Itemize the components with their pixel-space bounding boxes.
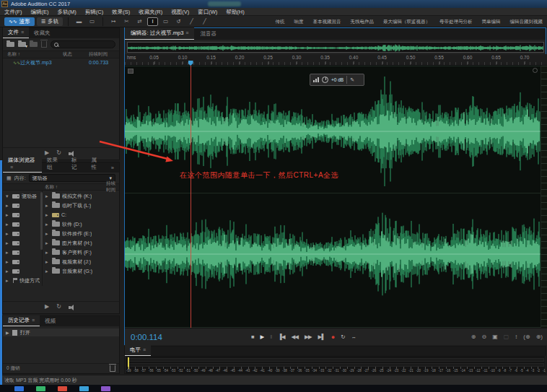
tab-history[interactable]: 历史记录≡ — [3, 315, 40, 326]
slip-tool-icon[interactable]: ⇄ — [134, 17, 145, 26]
preview-play-icon[interactable]: ▶ — [45, 303, 49, 310]
tab-overflow-chevron[interactable]: » — [106, 163, 119, 173]
panel-menu-icon[interactable]: ≡ — [10, 165, 13, 170]
volume-hud[interactable]: +0 dB ✎ — [310, 74, 364, 86]
chevron-right-icon[interactable]: ▸ — [45, 269, 50, 274]
pause-button[interactable]: ‖ — [270, 334, 271, 340]
file-search-input[interactable] — [51, 40, 115, 48]
workspace-tab[interactable]: 简单编辑 — [482, 19, 501, 25]
chevron-right-icon[interactable]: ▸ — [6, 240, 10, 246]
fast-forward-button[interactable]: ▶▶ — [305, 334, 312, 340]
column-name[interactable]: 名称 ↑ — [3, 51, 63, 58]
media-browser-item[interactable]: ▸软件 (D:) — [43, 219, 119, 229]
waveform-display[interactable]: +0 dB ✎ 在这个范围内随意单击一下，然后CTRL+A全选 — [125, 66, 547, 328]
chevron-right-icon[interactable]: ▸ — [6, 231, 10, 237]
drive-row[interactable]: ▸ — [3, 219, 42, 229]
hud-pin-icon[interactable]: ✎ — [350, 77, 354, 83]
new-file-icon[interactable] — [30, 42, 38, 47]
column-name[interactable]: 名称 ↑ — [45, 184, 106, 191]
workspace-tab[interactable]: 无线电作品 — [351, 19, 375, 25]
zoom-in-time-icon[interactable]: ⊕ — [471, 334, 476, 340]
taskbar-icon[interactable] — [36, 386, 45, 391]
history-item[interactable]: ▶打开 — [3, 328, 119, 336]
shortcuts-row[interactable]: ▸快捷方式 — [3, 276, 42, 285]
workspace-tab[interactable]: 传统 — [276, 19, 285, 25]
razor-tool-icon[interactable]: ✂ — [121, 17, 132, 26]
go-to-end-button[interactable]: ▶▌ — [318, 334, 325, 340]
column-duration[interactable]: 持续时间 — [89, 51, 119, 58]
media-browser-item[interactable]: ▸软件操作 (E:) — [43, 229, 119, 238]
title-bar[interactable]: Au Adobe Audition CC 2017 — [0, 0, 547, 8]
gain-knob[interactable] — [322, 77, 328, 83]
zoom-to-selection-icon[interactable]: ↕ — [515, 334, 517, 340]
zoom-selection-out-point-icon[interactable]: ⊕) — [536, 334, 543, 340]
stop-button[interactable]: ■ — [251, 334, 254, 340]
tab-favorites[interactable]: 收藏夹 — [29, 28, 56, 38]
menu-item[interactable]: 多轨(M) — [53, 8, 81, 16]
tab-levels[interactable]: 电平≡ — [125, 345, 151, 356]
tree-scrollbar[interactable] — [40, 192, 43, 250]
play-button[interactable]: ▶ — [261, 334, 264, 340]
media-browser-item[interactable]: ▸客户资料 (F:) — [43, 248, 119, 257]
chevron-right-icon[interactable]: ▸ — [6, 250, 10, 256]
channel-toggle-icon[interactable] — [128, 69, 134, 74]
waveform-view-button[interactable]: ∿∿ 波形 — [4, 17, 35, 26]
chevron-right-icon[interactable]: ▸ — [45, 259, 50, 265]
zoom-out-time-icon[interactable]: ⊖ — [481, 334, 486, 340]
chevron-right-icon[interactable]: ▸ — [6, 259, 10, 265]
panel-menu-icon[interactable]: ≡ — [143, 347, 146, 352]
chevron-down-icon[interactable]: ▾ — [6, 193, 10, 199]
menu-item[interactable]: 剪辑(C) — [81, 8, 108, 16]
menu-item[interactable]: 窗口(W) — [193, 8, 222, 16]
timeline-ruler[interactable]: hms 0.050.100.150.200.250.300.350.400.45… — [125, 54, 547, 66]
workspace-tab[interactable]: 响度 — [294, 19, 304, 25]
drives-root-row[interactable]: ▾驱动器 — [3, 191, 42, 201]
panel-menu-icon[interactable]: ≡ — [32, 318, 35, 323]
zoom-out-amplitude-icon[interactable]: ▢ — [504, 334, 509, 340]
tab-effects-rack[interactable]: 效果组 — [42, 155, 66, 173]
file-row[interactable]: ∿∿过火视节.mp30:00.733 — [3, 58, 119, 66]
chevron-right-icon[interactable]: ▸ — [6, 222, 10, 227]
tab-video[interactable]: 视频 — [40, 316, 61, 326]
paintbrush-selection-tool-icon[interactable]: ╱ — [186, 17, 197, 26]
multitrack-view-button[interactable]: ☰ 多轨 — [37, 17, 63, 26]
auto-play-speaker-icon[interactable] — [69, 304, 76, 310]
taskbar-icon[interactable] — [14, 386, 24, 391]
rewind-button[interactable]: ◀◀ — [292, 334, 299, 340]
menu-item[interactable]: 效果(S) — [108, 8, 134, 16]
chevron-right-icon[interactable]: ▸ — [6, 269, 10, 274]
drive-row[interactable]: ▸ — [3, 248, 42, 257]
zoom-navigator[interactable] — [127, 42, 544, 53]
taskbar-icon[interactable] — [101, 386, 110, 391]
media-browser-item[interactable]: ▸音频素材 (G:) — [43, 266, 119, 276]
spot-healing-brush-tool-icon[interactable]: ╱ — [199, 17, 210, 26]
loop-preview-icon[interactable]: ↻ — [56, 303, 61, 310]
skip-selection-button[interactable]: ↔ — [351, 334, 356, 340]
chevron-right-icon[interactable]: ▸ — [6, 212, 10, 218]
drive-row[interactable]: ▸ — [3, 210, 42, 219]
chevron-right-icon[interactable]: ▸ — [45, 231, 50, 237]
workspace-tab[interactable]: 基本视频混音 — [313, 19, 341, 25]
chevron-right-icon[interactable]: ▸ — [6, 278, 10, 284]
tab-media-browser[interactable]: 媒体浏览器≡ — [3, 155, 42, 173]
chevron-right-icon[interactable]: ▸ — [45, 222, 50, 227]
media-browser-item[interactable]: ▸视频素材 (J:) — [43, 257, 119, 266]
loop-playback-button[interactable]: ↻ — [341, 334, 344, 340]
chevron-right-icon[interactable]: ▸ — [45, 203, 50, 209]
tab-properties[interactable]: 属性 — [86, 155, 105, 173]
taskbar-icon[interactable] — [58, 386, 67, 391]
workspace-tab[interactable]: 母带处理与分析 — [439, 19, 473, 25]
media-type-filter-icon[interactable]: ▦ — [6, 175, 12, 181]
media-browser-item[interactable]: ▸模拟文件 (K:) — [43, 191, 119, 201]
delete-file-icon[interactable] — [41, 41, 47, 48]
menu-item[interactable]: 视图(V) — [167, 8, 193, 16]
go-to-start-button[interactable]: ▐◀ — [278, 334, 284, 340]
media-browser-item[interactable]: ▸临时下载 (L:) — [43, 201, 119, 210]
tab-mixer[interactable]: 混音器 — [194, 28, 222, 40]
drive-row[interactable]: ▸ — [3, 266, 42, 276]
media-column-header[interactable]: 名称 ↑ 持续时间 — [3, 183, 119, 191]
tab-files[interactable]: 文件≡ — [3, 27, 29, 38]
content-dropdown[interactable]: 驱动器▾ — [29, 174, 115, 182]
open-file-icon[interactable] — [6, 42, 14, 47]
drive-row[interactable]: ▸ — [3, 229, 42, 238]
